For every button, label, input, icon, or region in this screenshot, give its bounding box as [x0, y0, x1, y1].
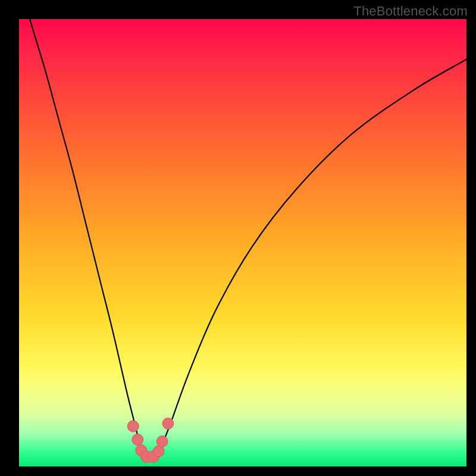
trough-marker	[127, 421, 139, 432]
trough-markers	[127, 418, 174, 462]
trough-marker	[132, 434, 143, 445]
bottleneck-curve	[19, 19, 466, 458]
plot-area	[19, 19, 466, 466]
trough-marker	[156, 436, 168, 447]
watermark-text: TheBottleneck.com	[353, 4, 468, 19]
trough-marker	[162, 418, 174, 429]
curve-layer	[19, 19, 466, 466]
chart-frame: TheBottleneck.com	[0, 0, 476, 476]
